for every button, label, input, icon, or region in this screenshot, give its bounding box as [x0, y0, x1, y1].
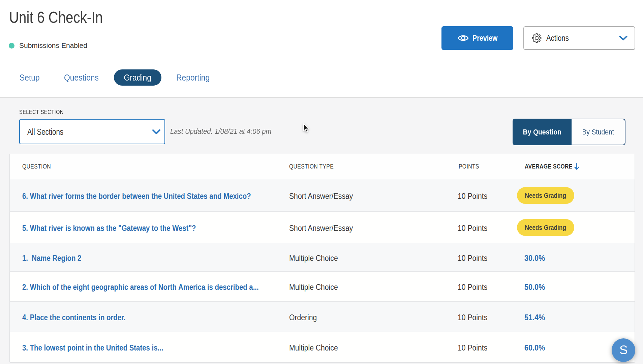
points: 10 Points — [458, 191, 487, 201]
preview-label: Preview — [472, 33, 497, 43]
toggle-by-question[interactable]: By Question — [513, 119, 572, 145]
table-row: 3. The lowest point in the United States… — [10, 332, 635, 362]
needs-grading-badge[interactable]: Needs Grading — [517, 219, 574, 236]
needs-grading-badge[interactable]: Needs Grading — [517, 187, 574, 204]
table-row: 5. What river is known as the "Gateway t… — [10, 212, 635, 243]
question-type: Short Answer/Essay — [289, 191, 353, 201]
tab-reporting[interactable]: Reporting — [176, 69, 214, 86]
average-score-value: 30.0% — [524, 253, 545, 263]
chevron-down-icon — [152, 129, 161, 134]
points: 10 Points — [458, 223, 487, 233]
questions-table: QUESTION QUESTION TYPE POINTS AVERAGE SC… — [9, 154, 635, 363]
points: 10 Points — [458, 283, 487, 292]
points: 10 Points — [458, 343, 487, 352]
average-score-value: 51.4% — [524, 313, 545, 322]
question-type: Ordering — [289, 313, 317, 322]
question-link[interactable]: 3. The lowest point in the United States… — [22, 343, 163, 352]
table-row: 4. Place the continents in order. Orderi… — [10, 302, 635, 332]
table-row: 6. What river forms the border between t… — [10, 179, 635, 212]
column-header-points[interactable]: POINTS — [459, 163, 479, 170]
status-dot-icon — [9, 43, 14, 49]
preview-button[interactable]: Preview — [441, 26, 513, 50]
column-header-average-score[interactable]: AVERAGE SCORE — [525, 163, 573, 170]
question-type: Multiple Choice — [289, 343, 338, 352]
average-score-value: 50.0% — [524, 283, 545, 292]
tab-bar: Setup Questions Grading Reporting — [0, 69, 643, 86]
section-select[interactable]: All Sections — [19, 119, 165, 144]
average-score-value: 60.0% — [524, 343, 545, 352]
tab-questions[interactable]: Questions — [64, 69, 103, 86]
eye-icon — [458, 34, 469, 42]
view-toggle: By Question By Student — [513, 119, 625, 145]
table-row: 2. Which of the eight geographic areas o… — [10, 272, 635, 302]
section-select-value: All Sections — [27, 127, 63, 136]
page-title: Unit 6 Check-In — [9, 8, 121, 27]
question-link[interactable]: 1. Name Region 2 — [22, 253, 81, 263]
actions-button[interactable]: Actions — [523, 26, 635, 50]
last-updated-text: Last Updated: 1/08/21 at 4:06 pm — [170, 127, 280, 136]
status-label: Submissions Enabled — [19, 41, 87, 50]
actions-label: Actions — [546, 33, 569, 43]
chevron-down-icon — [619, 36, 627, 41]
question-link[interactable]: 5. What river is known as the "Gateway t… — [22, 223, 196, 233]
toggle-by-student[interactable]: By Student — [572, 119, 625, 145]
question-type: Multiple Choice — [289, 253, 338, 263]
grading-page: Unit 6 Check-In Submissions Enabled Prev… — [0, 0, 643, 364]
select-section-label: SELECT SECTION — [19, 109, 71, 116]
user-avatar[interactable]: S — [612, 338, 635, 362]
question-link[interactable]: 6. What river forms the border between t… — [22, 191, 251, 201]
question-type: Multiple Choice — [289, 283, 338, 292]
grading-content: SELECT SECTION All Sections Last Updated… — [0, 98, 643, 364]
column-header-question-type[interactable]: QUESTION TYPE — [289, 163, 334, 170]
tab-setup[interactable]: Setup — [20, 69, 42, 86]
gear-icon — [532, 33, 542, 43]
sort-desc-arrow-icon — [574, 163, 579, 170]
points: 10 Points — [458, 253, 487, 263]
table-row: 1. Name Region 2 Multiple Choice 10 Poin… — [10, 243, 635, 272]
tab-grading[interactable]: Grading — [114, 69, 161, 86]
question-link[interactable]: 4. Place the continents in order. — [22, 313, 126, 322]
page-header: Unit 6 Check-In Submissions Enabled Prev… — [0, 0, 643, 98]
points: 10 Points — [458, 313, 487, 322]
table-header: QUESTION QUESTION TYPE POINTS AVERAGE SC… — [10, 154, 635, 179]
column-header-question[interactable]: QUESTION — [22, 163, 51, 170]
question-link[interactable]: 2. Which of the eight geographic areas o… — [22, 283, 259, 292]
question-type: Short Answer/Essay — [289, 223, 353, 233]
submissions-status: Submissions Enabled — [9, 41, 87, 50]
